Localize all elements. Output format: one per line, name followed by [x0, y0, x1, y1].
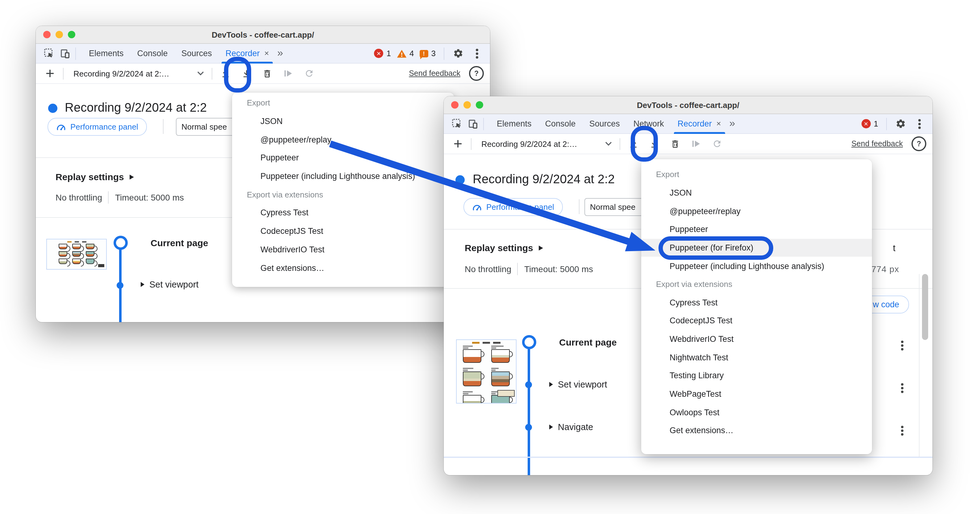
error-badge-icon[interactable]: ✕	[374, 49, 383, 58]
menu-item-nightwatch[interactable]: Nightwatch Test	[641, 349, 872, 366]
menu-item-codeceptjs[interactable]: CodeceptJS Test	[232, 222, 454, 240]
send-feedback-link[interactable]: Send feedback	[409, 69, 460, 78]
more-tabs-icon[interactable]: »	[276, 46, 287, 60]
menu-item-owloops[interactable]: Owloops Test	[641, 403, 872, 422]
menu-item-webdriverio[interactable]: WebdriverIO Test	[641, 330, 872, 349]
menu-item-webdriverio[interactable]: WebdriverIO Test	[232, 240, 454, 259]
tab-console[interactable]: Console	[130, 44, 175, 63]
inspect-element-icon[interactable]	[41, 46, 57, 61]
menu-item-testing-library[interactable]: Testing Library	[641, 366, 872, 385]
add-recording-button[interactable]	[450, 136, 466, 152]
close-icon[interactable]: ✕	[264, 50, 269, 57]
throttling-value: No throttling	[465, 264, 511, 274]
tab-sources[interactable]: Sources	[582, 114, 627, 133]
expander-triangle-icon	[549, 382, 553, 387]
close-window-button[interactable]	[451, 101, 458, 108]
tab-elements[interactable]: Elements	[82, 44, 130, 63]
menu-item-puppeteer-replay[interactable]: @puppeteer/replay	[232, 130, 454, 149]
recording-select-value: Recording 9/2/2024 at 2:…	[73, 69, 169, 78]
close-window-button[interactable]	[43, 31, 51, 38]
menu-item-puppeteer-lighthouse[interactable]: Puppeteer (including Lighthouse analysis…	[232, 167, 454, 185]
rerun-button-disabled[interactable]	[709, 136, 725, 152]
zoom-window-button[interactable]	[68, 31, 75, 38]
zoom-window-button[interactable]	[476, 101, 483, 108]
menu-item-cypress[interactable]: Cypress Test	[641, 293, 872, 312]
performance-panel-button[interactable]: Performance panel	[463, 198, 563, 216]
error-count: 1	[874, 119, 878, 128]
menu-item-get-extensions[interactable]: Get extensions…	[232, 259, 454, 277]
close-icon[interactable]: ✕	[716, 120, 721, 127]
toggle-device-toolbar-icon[interactable]	[465, 116, 481, 131]
minimize-window-button[interactable]	[56, 31, 63, 38]
step-options-kebab-icon[interactable]	[898, 423, 907, 438]
gear-icon[interactable]	[450, 46, 466, 61]
kebab-menu-icon[interactable]	[469, 46, 485, 61]
delete-recording-icon[interactable]	[259, 65, 275, 81]
inspect-element-icon[interactable]	[449, 116, 465, 131]
titlebar[interactable]: DevTools - coffee-cart.app/	[36, 26, 490, 44]
menu-item-json[interactable]: JSON	[232, 112, 454, 130]
tab-console[interactable]: Console	[538, 114, 582, 133]
vertical-scrollbar[interactable]	[922, 274, 928, 340]
timeout-value: Timeout: 5000 ms	[115, 193, 184, 202]
recording-select[interactable]: Recording 9/2/2024 at 2:…	[476, 136, 615, 152]
divider	[886, 118, 887, 130]
step-options-kebab-icon[interactable]	[898, 381, 907, 396]
warning-count: 4	[409, 49, 414, 58]
tab-elements[interactable]: Elements	[490, 114, 538, 133]
step-current-page[interactable]: Current page	[559, 337, 617, 347]
recorder-toolbar: Recording 9/2/2024 at 2:… Send feedback …	[36, 64, 490, 84]
step-navigate[interactable]: Navigate	[549, 422, 593, 432]
add-recording-button[interactable]	[42, 65, 58, 81]
replay-settings-toggle[interactable]: Replay settings	[56, 172, 134, 182]
step-set-viewport-label: Set viewport	[558, 379, 607, 389]
error-badge-icon[interactable]: ✕	[862, 119, 871, 128]
devtools-tabbar: Elements Console Sources Network Recorde…	[444, 114, 932, 134]
step-set-viewport-label: Set viewport	[150, 280, 199, 290]
performance-panel-button[interactable]: Performance panel	[48, 118, 147, 136]
step-current-page[interactable]: Current page	[151, 237, 208, 248]
rerun-button-disabled[interactable]	[301, 65, 317, 81]
issues-badge-icon[interactable]: !	[420, 50, 428, 57]
replay-speed-value: Normal spee	[590, 202, 635, 212]
replay-button-disabled[interactable]	[688, 136, 704, 152]
step-options-kebab-icon[interactable]	[898, 338, 907, 353]
chevron-down-icon	[605, 141, 612, 146]
delete-recording-icon[interactable]	[667, 136, 683, 152]
menu-item-codeceptjs[interactable]: CodeceptJS Test	[641, 312, 872, 330]
help-icon[interactable]: ?	[912, 136, 926, 151]
titlebar[interactable]: DevTools - coffee-cart.app/	[444, 96, 932, 114]
menu-item-cypress[interactable]: Cypress Test	[232, 204, 454, 222]
divider	[483, 118, 484, 130]
recording-select[interactable]: Recording 9/2/2024 at 2:…	[68, 65, 207, 81]
toggle-device-toolbar-icon[interactable]	[57, 46, 73, 61]
tab-sources[interactable]: Sources	[175, 44, 219, 63]
devtools-tabbar: Elements Console Sources Recorder ✕ » ✕ …	[36, 44, 490, 64]
performance-panel-label: Performance panel	[486, 202, 554, 212]
step-set-viewport[interactable]: Set viewport	[141, 280, 199, 290]
send-feedback-link[interactable]: Send feedback	[851, 140, 903, 148]
menu-item-json[interactable]: JSON	[641, 183, 872, 202]
minimize-window-button[interactable]	[463, 101, 471, 108]
timeline-circle[interactable]	[522, 335, 536, 349]
tab-recorder[interactable]: Recorder ✕	[671, 114, 728, 133]
replay-settings-summary: No throttling Timeout: 5000 ms	[465, 263, 593, 275]
menu-item-puppeteer-replay[interactable]: @puppeteer/replay	[641, 202, 872, 220]
replay-button-disabled[interactable]	[280, 65, 296, 81]
help-icon[interactable]: ?	[469, 66, 484, 81]
export-menu-2: Export JSON @puppeteer/replay Puppeteer …	[641, 159, 872, 454]
menu-item-puppeteer[interactable]: Puppeteer	[232, 149, 454, 167]
warning-badge-icon[interactable]	[396, 49, 406, 58]
menu-item-webpagetest[interactable]: WebPageTest	[641, 385, 872, 403]
divider	[444, 457, 932, 458]
kebab-menu-icon[interactable]	[912, 116, 928, 131]
more-tabs-icon[interactable]: »	[728, 117, 739, 130]
menu-item-puppeteer[interactable]: Puppeteer	[641, 220, 872, 239]
gear-icon[interactable]	[892, 116, 908, 131]
divider	[517, 263, 518, 275]
menu-item-get-extensions[interactable]: Get extensions…	[641, 422, 872, 440]
replay-settings-toggle[interactable]: Replay settings	[465, 242, 543, 253]
timeline-circle[interactable]	[113, 236, 128, 250]
step-set-viewport[interactable]: Set viewport	[549, 379, 607, 389]
menu-header-export-extensions: Export via extensions	[232, 185, 454, 204]
